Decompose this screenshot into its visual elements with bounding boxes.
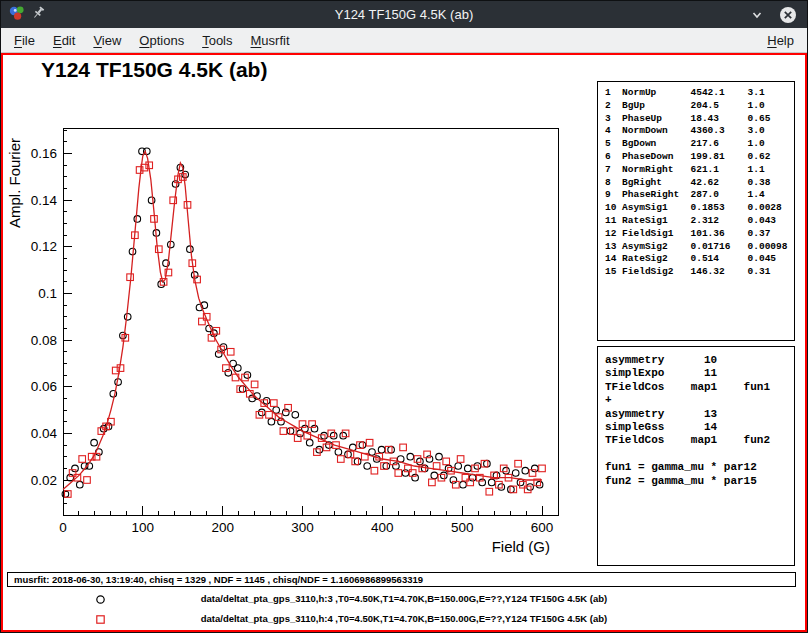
- svg-text:Ampl. Fourier: Ampl. Fourier: [6, 138, 23, 228]
- svg-text:0.16: 0.16: [31, 146, 57, 161]
- param-row: 6 PhaseDown 199.81 0.62: [605, 151, 794, 164]
- legend-entry: data/deltat_pta_gps_3110,h:3 ,T0=4.50K,T…: [3, 593, 805, 607]
- menu-musrfit[interactable]: Musrfit: [242, 30, 299, 51]
- param-row: 13 AsymSig2 0.01716 0.00098: [605, 241, 794, 254]
- menu-bar: FileEditViewOptionsToolsMusrfit Help: [1, 28, 807, 53]
- svg-text:100: 100: [132, 520, 155, 535]
- menu-edit[interactable]: Edit: [44, 30, 84, 51]
- square-marker: [97, 616, 104, 623]
- svg-text:0.04: 0.04: [31, 426, 58, 441]
- param-row: 3 PhaseUp 18.43 0.65: [605, 113, 794, 126]
- chevron-down-icon[interactable]: [748, 6, 766, 24]
- svg-text:0.02: 0.02: [31, 473, 57, 488]
- param-row: 10 AsymSig1 0.1853 0.0028: [605, 202, 794, 215]
- svg-text:0.08: 0.08: [31, 333, 57, 348]
- window: Y124 TF150G 4.5K (ab) FileEditViewOption…: [0, 0, 808, 633]
- theory-box[interactable]: asymmetry 10 simplExpo 11 TFieldCos map1…: [597, 346, 795, 566]
- param-row: 11 RateSig1 2.312 0.043: [605, 215, 794, 228]
- param-row: 12 FieldSig1 101.36 0.37: [605, 228, 794, 241]
- param-row: 2 BgUp 204.5 1.0: [605, 100, 794, 113]
- svg-text:300: 300: [291, 520, 314, 535]
- root-canvas[interactable]: Y124 TF150G 4.5K (ab) 010020030040050060…: [1, 53, 807, 632]
- param-row: 8 BgRight 42.62 0.38: [605, 177, 794, 190]
- param-row: 7 NormRight 621.1 1.1: [605, 164, 794, 177]
- svg-text:0.14: 0.14: [31, 193, 58, 208]
- menu-tools[interactable]: Tools: [193, 30, 241, 51]
- parameters-box[interactable]: 1 NormUp 4542.1 3.12 BgUp 204.5 1.03 Pha…: [597, 81, 795, 341]
- svg-text:0.1: 0.1: [38, 286, 57, 301]
- circle-marker-icon: [95, 594, 106, 607]
- svg-text:400: 400: [371, 520, 394, 535]
- menu-right: Help: [758, 30, 803, 51]
- svg-text:500: 500: [451, 520, 474, 535]
- svg-text:200: 200: [211, 520, 234, 535]
- pin-icon[interactable]: [32, 6, 46, 24]
- param-row: 9 PhaseRight 287.0 1.4: [605, 189, 794, 202]
- close-icon[interactable]: [779, 6, 797, 24]
- legend-text: data/deltat_pta_gps_3110,h:4 ,T0=4.50K,T…: [201, 613, 608, 624]
- title-bar[interactable]: Y124 TF150G 4.5K (ab): [1, 1, 807, 28]
- menu-left: FileEditViewOptionsToolsMusrfit: [5, 30, 299, 51]
- param-row: 1 NormUp 4542.1 3.1: [605, 87, 794, 100]
- app-icon[interactable]: [9, 5, 25, 25]
- menu-view[interactable]: View: [84, 30, 130, 51]
- legend-text: data/deltat_pta_gps_3110,h:3 ,T0=4.50K,T…: [201, 593, 608, 604]
- circle-marker: [97, 596, 104, 603]
- param-row: 4 NormDown 4360.3 3.0: [605, 125, 794, 138]
- menu-file[interactable]: File: [5, 30, 44, 51]
- plot-svg[interactable]: 01002003004005006000.020.040.060.080.10.…: [3, 55, 595, 560]
- legend-entry: data/deltat_pta_gps_3110,h:4 ,T0=4.50K,T…: [3, 613, 805, 627]
- fit-status-box: musrfit: 2018-06-30, 13:19:40, chisq = 1…: [7, 572, 796, 587]
- param-row: 5 BgDown 217.6 1.0: [605, 138, 794, 151]
- window-title: Y124 TF150G 4.5K (ab): [1, 7, 807, 22]
- svg-text:600: 600: [531, 520, 554, 535]
- svg-text:0.12: 0.12: [31, 239, 57, 254]
- svg-text:Field (G): Field (G): [492, 538, 550, 555]
- menu-options[interactable]: Options: [130, 30, 193, 51]
- svg-text:0.06: 0.06: [31, 379, 57, 394]
- menu-help[interactable]: Help: [758, 30, 803, 51]
- param-row: 15 FieldSig2 146.32 0.31: [605, 266, 794, 279]
- param-row: 14 RateSig2 0.514 0.045: [605, 253, 794, 266]
- square-marker-icon: [95, 614, 106, 627]
- svg-text:0: 0: [59, 520, 67, 535]
